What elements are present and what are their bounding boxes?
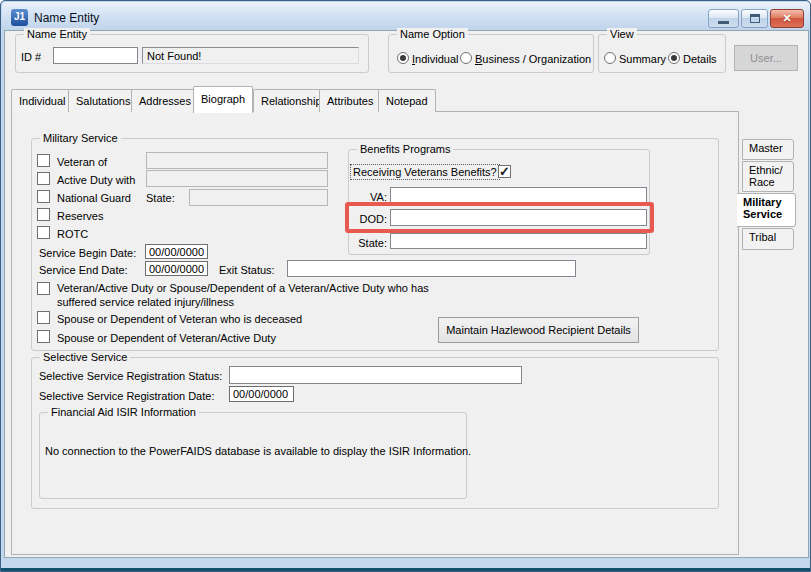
titlebar[interactable]: J1 Name Entity ✕ — [2, 2, 810, 31]
individual-radio-label: Individual — [412, 53, 458, 65]
tab-salutations[interactable]: Salutations — [68, 89, 138, 112]
tab-addresses[interactable]: Addresses — [131, 89, 199, 112]
exit-status-input[interactable] — [287, 260, 576, 277]
injury-checkbox[interactable] — [37, 282, 50, 295]
veteran-of-checkbox[interactable] — [37, 154, 50, 167]
active-duty-checkbox[interactable] — [37, 172, 50, 185]
window-bottom-edge — [1, 568, 810, 571]
ethnic-line1: Ethnic/ — [749, 164, 783, 176]
ethnic-line2: Race — [749, 176, 775, 188]
military-line2: Service — [743, 208, 782, 220]
national-guard-checkbox[interactable] — [37, 190, 50, 203]
dod-label: DOD: — [353, 213, 387, 225]
tab-attributes[interactable]: Attributes — [319, 89, 381, 112]
registration-date-input[interactable] — [229, 386, 294, 402]
restore-icon — [750, 14, 760, 23]
id-input[interactable] — [53, 47, 138, 64]
tab-biograph[interactable]: Biograph — [193, 86, 253, 113]
minimize-button[interactable] — [708, 9, 739, 28]
spouse-dependent-label: Spouse or Dependent of Veteran/Active Du… — [57, 332, 276, 344]
side-tab-tribal[interactable]: Tribal — [742, 228, 794, 250]
window: J1 Name Entity ✕ Name Entity ID # Not Fo… — [0, 0, 811, 572]
service-begin-label: Service Begin Date: — [39, 247, 136, 259]
individual-rest: ndividual — [415, 53, 458, 65]
business-radio[interactable] — [460, 52, 472, 64]
rotc-label: ROTC — [57, 228, 88, 240]
window-title: Name Entity — [34, 11, 99, 25]
side-tab-master[interactable]: Master — [742, 139, 794, 160]
active-duty-input[interactable] — [146, 170, 328, 187]
tab-individual[interactable]: Individual — [11, 89, 73, 112]
benefits-state-input[interactable] — [390, 233, 647, 249]
name-entity-group-label: Name Entity — [24, 28, 90, 40]
spouse-dependent-checkbox[interactable] — [37, 330, 50, 343]
business-rest: usiness / Organization — [482, 53, 591, 65]
active-duty-label: Active Duty with — [57, 174, 135, 186]
service-begin-input[interactable] — [145, 244, 208, 259]
restore-button[interactable] — [741, 9, 768, 28]
side-tab-military-service[interactable]: MilitaryService — [737, 193, 796, 227]
app-icon: J1 — [11, 9, 28, 26]
receiving-benefits-checkbox[interactable] — [498, 165, 511, 178]
exit-status-label: Exit Status: — [219, 264, 275, 276]
deceased-label: Spouse or Dependent of Veteran who is de… — [57, 313, 302, 325]
name-option-group-label: Name Option — [397, 28, 468, 40]
military-line1: Military — [743, 196, 782, 208]
dod-input[interactable] — [390, 209, 647, 226]
military-service-group-label: Military Service — [40, 132, 121, 144]
individual-radio[interactable] — [397, 52, 409, 64]
deceased-checkbox[interactable] — [37, 311, 50, 324]
injury-label: Veteran/Active Duty or Spouse/Dependent … — [57, 281, 429, 309]
va-input[interactable] — [390, 187, 647, 203]
maintain-hazlewood-button[interactable]: Maintain Hazlewood Recipient Details — [438, 317, 639, 343]
registration-status-label: Selective Service Registration Status: — [39, 370, 222, 382]
side-tab-ethnic-race[interactable]: Ethnic/Race — [742, 161, 794, 192]
benefits-state-label: State: — [353, 237, 387, 249]
isir-message: No connection to the PowerFAIDS database… — [45, 445, 471, 457]
benefits-programs-group-label: Benefits Programs — [357, 143, 453, 155]
reserves-checkbox[interactable] — [37, 208, 50, 221]
tab-notepad[interactable]: Notepad — [378, 89, 436, 112]
reserves-label: Reserves — [57, 210, 103, 222]
veteran-of-label: Veteran of — [57, 156, 107, 168]
details-radio-label: Details — [683, 53, 717, 65]
service-end-input[interactable] — [145, 261, 208, 276]
registration-date-label: Selective Service Registration Date: — [39, 390, 214, 402]
service-end-label: Service End Date: — [39, 264, 128, 276]
view-group-label: View — [607, 28, 637, 40]
user-button[interactable]: User... — [734, 45, 798, 71]
details-radio[interactable] — [668, 52, 680, 64]
summary-radio-label: Summary — [619, 53, 666, 65]
close-icon: ✕ — [782, 12, 791, 25]
summary-radio[interactable] — [604, 52, 616, 64]
national-guard-label: National Guard — [57, 192, 131, 204]
business-radio-label: Business / Organization — [475, 53, 591, 65]
isir-group-label: Financial Aid ISIR Information — [48, 406, 199, 418]
id-label: ID # — [21, 51, 41, 63]
status-not-found: Not Found! — [142, 47, 359, 64]
minimize-icon — [718, 21, 729, 24]
rotc-checkbox[interactable] — [37, 226, 50, 239]
registration-status-input[interactable] — [229, 366, 522, 384]
selective-service-group-label: Selective Service — [40, 351, 130, 363]
guard-state-input[interactable] — [189, 189, 328, 206]
va-label: VA: — [353, 191, 387, 203]
close-button[interactable]: ✕ — [770, 9, 804, 28]
veteran-of-input[interactable] — [146, 152, 328, 169]
guard-state-label: State: — [146, 192, 175, 204]
receiving-benefits-label: Receiving Veterans Benefits? — [350, 164, 500, 180]
